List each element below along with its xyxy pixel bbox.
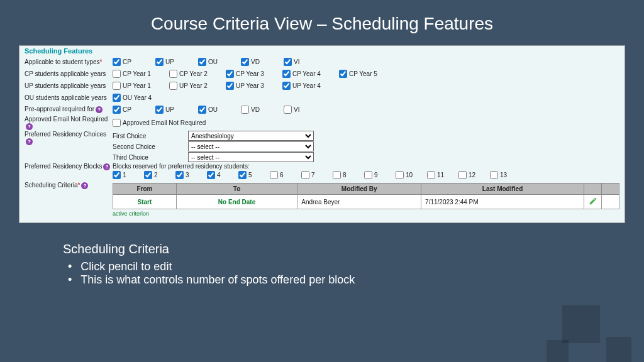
checkbox-13[interactable]: 13 [490, 171, 521, 179]
checkbox-input[interactable] [333, 171, 341, 179]
checkbox-10[interactable]: 10 [396, 171, 427, 179]
checkbox-up-year-4[interactable]: UP Year 4 [282, 82, 339, 90]
checkbox-cp-year-2[interactable]: CP Year 2 [169, 70, 226, 78]
checkbox-input[interactable] [282, 70, 291, 78]
checkbox-5[interactable]: 5 [238, 171, 270, 179]
checkbox-input[interactable] [198, 58, 206, 66]
choice-row: Second Choice-- select -- [113, 141, 314, 151]
checkbox-input[interactable] [270, 171, 278, 179]
checkbox-input[interactable] [226, 82, 234, 90]
decorative-shapes [531, 299, 644, 362]
checkbox-vd[interactable]: VD [241, 58, 284, 66]
help-icon[interactable]: ? [103, 163, 110, 170]
checkbox-cp[interactable]: CP [113, 58, 155, 66]
choice-select[interactable]: -- select -- [188, 141, 314, 151]
checkbox-vi[interactable]: VI [284, 58, 326, 66]
checkbox-input[interactable] [169, 70, 177, 78]
checkbox-input[interactable] [144, 171, 152, 179]
footer-heading: Scheduling Criteria [63, 242, 644, 256]
checkbox-input[interactable] [113, 82, 121, 90]
checkbox-up-year-3[interactable]: UP Year 3 [226, 82, 282, 90]
label-student-types: Applicable to student types* [25, 58, 113, 65]
table-row: Start No End Date Andrea Beyer 7/11/2023… [113, 195, 619, 209]
checkbox-input[interactable] [364, 171, 372, 179]
label-cp-years: CP students applicable years [25, 70, 113, 77]
checkbox-ou[interactable]: OU [198, 58, 241, 66]
checkbox-input[interactable] [113, 119, 121, 127]
checkbox-3[interactable]: 3 [175, 171, 207, 179]
help-icon[interactable]: ? [96, 106, 103, 113]
checkbox-input[interactable] [238, 171, 247, 179]
checkbox-cp-year-3[interactable]: CP Year 3 [226, 70, 282, 78]
checkbox-1[interactable]: 1 [113, 171, 144, 179]
help-icon[interactable]: ? [26, 138, 33, 145]
checkbox-input[interactable] [458, 171, 467, 179]
checkbox-6[interactable]: 6 [270, 171, 301, 179]
checkbox-input[interactable] [207, 171, 215, 179]
checkbox-7[interactable]: 7 [301, 171, 333, 179]
checkbox-input[interactable] [301, 171, 309, 179]
checkbox-approved-email[interactable]: Approved Email Not Required [113, 119, 206, 127]
pencil-icon[interactable] [589, 197, 597, 206]
checkbox-input[interactable] [198, 106, 206, 114]
checkbox-input[interactable] [175, 171, 184, 179]
checkbox-cp[interactable]: CP [113, 106, 155, 114]
checkbox-12[interactable]: 12 [458, 171, 490, 179]
checkbox-input[interactable] [282, 82, 291, 90]
choice-label: First Choice [113, 133, 188, 140]
th-to: To [176, 184, 297, 195]
row-student-types: Applicable to student types* CPUPOUVDVI [25, 56, 619, 67]
footer-bullet: Click pencil to edit [63, 260, 644, 273]
checkbox-cp-year-5[interactable]: CP Year 5 [339, 70, 396, 78]
checkbox-input[interactable] [427, 171, 435, 179]
help-icon[interactable]: ? [81, 182, 88, 189]
checkbox-ou[interactable]: OU [198, 106, 241, 114]
checkbox-input[interactable] [490, 171, 498, 179]
checkbox-input[interactable] [339, 70, 347, 78]
checkbox-input[interactable] [241, 58, 249, 66]
checkbox-input[interactable] [155, 58, 164, 66]
cell-last-modified: 7/11/2023 2:44 PM [421, 195, 584, 209]
choice-label: Third Choice [113, 154, 188, 161]
row-pref-choices: Preferred Residency Choices? First Choic… [25, 131, 619, 162]
checkbox-9[interactable]: 9 [364, 171, 396, 179]
label-scheduling-criteria: Scheduling Criteria*? [25, 182, 113, 189]
checkbox-8[interactable]: 8 [333, 171, 364, 179]
checkbox-input[interactable] [113, 94, 121, 102]
checkbox-up[interactable]: UP [155, 106, 198, 114]
checkbox-up[interactable]: UP [155, 58, 198, 66]
label-pref-choices: Preferred Residency Choices? [25, 131, 113, 145]
checkbox-11[interactable]: 11 [427, 171, 458, 179]
checkbox-cp-year-4[interactable]: CP Year 4 [282, 70, 339, 78]
checkbox-input[interactable] [113, 58, 121, 66]
choice-select[interactable]: -- select -- [188, 152, 314, 162]
checkbox-input[interactable] [284, 58, 292, 66]
checkbox-input[interactable] [241, 106, 249, 114]
checkbox-input[interactable] [113, 106, 121, 114]
help-icon[interactable]: ? [26, 123, 33, 130]
checkbox-vd[interactable]: VD [241, 106, 284, 114]
label-approved-email: Approved Email Not Required? [25, 116, 113, 130]
choice-select[interactable]: Anesthesiology [188, 131, 314, 141]
criteria-table: From To Modified By Last Modified Start … [113, 183, 619, 209]
th-last-modified: Last Modified [421, 184, 584, 195]
checkbox-4[interactable]: 4 [207, 171, 238, 179]
checkbox-input[interactable] [396, 171, 404, 179]
checkbox-input[interactable] [226, 70, 234, 78]
checkbox-input[interactable] [169, 82, 177, 90]
checkbox-up-year-2[interactable]: UP Year 2 [169, 82, 226, 90]
row-pref-blocks: Preferred Residency Blocks? Blocks reser… [25, 163, 619, 179]
checkbox-input[interactable] [155, 106, 164, 114]
row-ou-years: OU students applicable years OU Year 4 [25, 92, 619, 103]
checkbox-vi[interactable]: VI [284, 106, 326, 114]
checkbox-2[interactable]: 2 [144, 171, 175, 179]
blocks-note: Blocks reserved for preferred residency … [113, 163, 521, 170]
checkbox-input[interactable] [113, 70, 121, 78]
footer-notes: Scheduling Criteria Click pencil to edit… [63, 242, 644, 287]
checkbox-input[interactable] [113, 171, 121, 179]
active-criterion-link[interactable]: active criterion [113, 211, 149, 217]
checkbox-ou-year-4[interactable]: OU Year 4 [113, 94, 169, 102]
checkbox-cp-year-1[interactable]: CP Year 1 [113, 70, 169, 78]
checkbox-up-year-1[interactable]: UP Year 1 [113, 82, 169, 90]
checkbox-input[interactable] [284, 106, 292, 114]
